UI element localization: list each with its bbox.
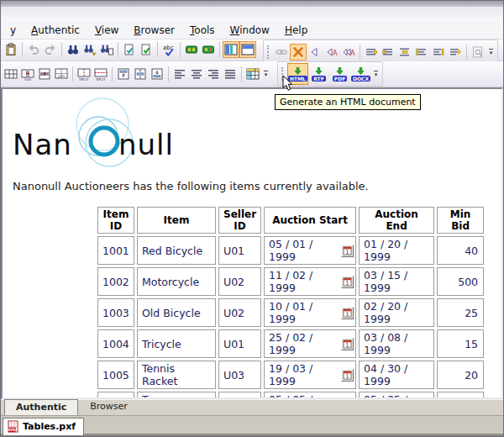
find-icon[interactable] (65, 41, 81, 58)
split-horizontal-icon[interactable]: SPLIT (92, 66, 109, 82)
header-auction-end: Auction End (359, 207, 434, 234)
menu-item-view[interactable]: View (87, 23, 126, 38)
cell-item[interactable]: Tricycle (137, 329, 216, 358)
auction-table: Item ID Item Seller ID Auction Start Auc… (95, 204, 486, 399)
preview-icon[interactable] (470, 44, 486, 61)
cell-min-bid[interactable]: 10 (437, 392, 484, 399)
date-picker-button[interactable]: 1 (341, 307, 354, 319)
date-picker-button[interactable]: 1 (341, 245, 354, 257)
cell-item[interactable]: Motorcycle (137, 267, 216, 296)
valign-bottom-icon[interactable] (149, 66, 165, 82)
tab-authentic[interactable]: Authentic (4, 399, 78, 415)
cell-item[interactable]: Old Bicycle (137, 298, 216, 327)
generate-docx-button[interactable]: DOCX (350, 63, 371, 85)
undo-icon[interactable] (25, 41, 42, 58)
cell-auction-end[interactable]: 04 / 30 / 1999 (359, 361, 434, 389)
align-center-icon[interactable] (188, 66, 205, 82)
cell-auction-start[interactable]: 05 / 01 / 19991 (264, 236, 356, 265)
cell-item[interactable]: Tennis Racket (137, 361, 216, 389)
cell-min-bid[interactable]: 40 (437, 236, 484, 265)
cell-item-id[interactable]: 1002 (97, 267, 134, 296)
collapse-markup-icon[interactable] (307, 44, 323, 61)
find-next-icon[interactable] (81, 41, 98, 58)
text-state-icon-4[interactable] (413, 44, 430, 61)
cell-seller-id[interactable]: U03 (218, 361, 261, 389)
cell-auction-end[interactable]: 03 / 08 / 1999 (359, 329, 434, 358)
text-state-icon-5[interactable] (430, 44, 447, 61)
cell-item-id[interactable]: 1006 (97, 392, 134, 399)
cell-item-id[interactable]: 1004 (97, 329, 134, 358)
append-row-icon[interactable] (183, 41, 200, 58)
menu-item-partial[interactable]: y (3, 23, 24, 38)
cell-auction-start[interactable]: 05 / 05 / 19991 (264, 392, 356, 399)
menu-item-tools[interactable]: Tools (182, 23, 223, 38)
join-below-icon[interactable]: join (36, 66, 53, 82)
entry-helpers-toggle-icon[interactable] (223, 41, 239, 58)
cell-min-bid[interactable]: 15 (437, 329, 484, 358)
cell-auction-start[interactable]: 25 / 02 / 19991 (264, 329, 356, 358)
paste-icon[interactable] (3, 41, 19, 58)
cell-seller-id[interactable]: U02 (218, 267, 261, 296)
table-properties-icon[interactable] (244, 66, 261, 82)
cell-seller-id[interactable]: U01 (218, 236, 261, 265)
find-in-files-icon[interactable] (98, 41, 115, 58)
insert-table-icon[interactable] (3, 66, 19, 82)
tab-browser[interactable]: Browser (78, 398, 139, 415)
cell-item-id[interactable]: 1001 (97, 236, 134, 265)
cell-item-id[interactable]: 1005 (97, 361, 134, 389)
cell-auction-start[interactable]: 11 / 02 / 19991 (264, 267, 356, 296)
validate-icon[interactable] (138, 41, 155, 58)
date-picker-button[interactable]: 1 (341, 276, 354, 288)
align-justify-icon[interactable] (222, 66, 239, 82)
cell-auction-end[interactable]: 01 / 20 / 1999 (359, 236, 434, 265)
valign-top-icon[interactable] (115, 66, 132, 82)
text-state-icon-3[interactable] (396, 44, 413, 61)
toolbar-row-2: join join join SPLIT SPLIT ▾ HTML (1, 61, 503, 87)
cell-seller-id[interactable]: U02 (218, 298, 261, 327)
cell-auction-end[interactable]: 03 / 15 / 1999 (359, 267, 434, 296)
menu-item-window[interactable]: Window (223, 23, 277, 38)
text-state-icon-2[interactable] (380, 44, 396, 61)
insert-row-icon[interactable] (200, 41, 217, 58)
split-vertical-icon[interactable]: SPLIT (76, 66, 92, 82)
cell-min-bid[interactable]: 20 (437, 361, 484, 389)
join-right-icon[interactable]: join (19, 66, 36, 82)
cell-auction-end[interactable]: 02 / 20 / 1999 (359, 298, 434, 327)
align-right-icon[interactable] (205, 66, 222, 82)
text-state-icon-1[interactable] (363, 44, 380, 61)
cell-seller-id[interactable]: U03 (218, 392, 261, 399)
cell-item[interactable]: Toy Helicopter (137, 392, 216, 399)
pdf-label: PDF (333, 76, 347, 82)
file-tab-tables-pxf[interactable]: XML Tables.pxf (3, 418, 84, 436)
cell-min-bid[interactable]: 25 (437, 298, 484, 327)
text-state-icon-6[interactable] (447, 44, 464, 61)
browser-pane-toggle-icon[interactable] (239, 41, 256, 58)
cell-item-id[interactable]: 1003 (97, 298, 134, 327)
menu-item-authentic[interactable]: Authentic (24, 23, 87, 38)
generate-rtf-button[interactable]: RTF (308, 63, 329, 85)
toolbar-options-icon[interactable]: ▾ (486, 44, 496, 61)
menu-item-help[interactable]: Help (277, 23, 315, 38)
align-left-icon[interactable] (171, 66, 188, 82)
cell-auction-start[interactable]: 19 / 03 / 19991 (264, 361, 356, 389)
toolbar-options-icon[interactable]: ▾ (371, 66, 381, 82)
cell-seller-id[interactable]: U01 (218, 329, 261, 358)
check-wellformed-icon[interactable] (121, 41, 138, 58)
redo-icon[interactable] (42, 41, 59, 58)
generate-pdf-button[interactable]: PDF (329, 63, 350, 85)
spelling-icon[interactable]: abc (160, 41, 177, 58)
hide-markup-icon[interactable] (290, 44, 307, 61)
cell-min-bid[interactable]: 500 (437, 267, 484, 296)
toolbar-options-icon[interactable]: ▾ (261, 66, 270, 82)
cell-auction-start[interactable]: 10 / 01 / 19991 (264, 298, 356, 327)
date-picker-button[interactable]: 1 (341, 338, 354, 350)
show-large-markup-icon[interactable]: A (340, 44, 357, 61)
cell-item[interactable]: Red Bicycle (137, 236, 216, 265)
date-picker-button[interactable]: 1 (341, 369, 354, 382)
cell-auction-end[interactable]: 05 / 25 / 1999 (359, 392, 434, 399)
join-all-icon[interactable]: join (53, 66, 70, 82)
valign-middle-icon[interactable] (132, 66, 149, 82)
menu-item-browser[interactable]: Browser (126, 23, 182, 38)
show-small-markup-icon[interactable]: A (323, 44, 340, 61)
link-icon[interactable] (273, 44, 290, 61)
